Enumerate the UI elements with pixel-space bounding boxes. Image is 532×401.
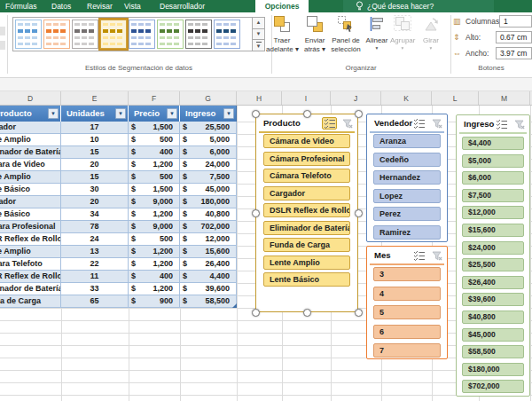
slicer-item-camara-telefoto[interactable]: Cámara Telefoto: [263, 169, 350, 183]
slicer-item-dslr-reflex-de-rollo[interactable]: DSLR Reflex de Rollo: [263, 203, 350, 217]
clear-filter-icon[interactable]: [430, 117, 443, 130]
cell-producto[interactable]: Eliminador de Batería: [0, 283, 61, 295]
cell-ingreso[interactable]: $5,000: [180, 134, 237, 146]
column-header-i[interactable]: I: [282, 91, 331, 105]
cell-ingreso[interactable]: $45,000: [180, 184, 237, 196]
cell-unidades[interactable]: 78: [61, 221, 129, 233]
cell-ingreso[interactable]: $24,000: [180, 159, 237, 171]
tab-revisar[interactable]: Revisar: [84, 0, 115, 12]
slicer-style-5[interactable]: [129, 20, 155, 49]
slicer-style-3[interactable]: [72, 20, 98, 49]
slicer-style-1[interactable]: [15, 20, 42, 49]
slicer-item-camara-de-video[interactable]: Cámara de Video: [263, 134, 350, 148]
selection-handle[interactable]: [252, 209, 260, 217]
cell-precio[interactable]: $400: [129, 146, 180, 159]
slicer-item-180-000[interactable]: $180,000: [462, 363, 524, 376]
cell-unidades[interactable]: 30: [61, 184, 129, 196]
cell-producto[interactable]: Funda de Carga: [0, 295, 61, 308]
tab-formulas[interactable]: Fórmulas: [3, 0, 39, 12]
slicer-item-24-000[interactable]: $24,000: [462, 241, 524, 255]
slicer-style-8[interactable]: [214, 20, 240, 49]
tab-datos[interactable]: Datos: [49, 0, 74, 12]
tab-vista[interactable]: Vista: [121, 0, 144, 12]
filter-button-unidades[interactable]: ▼: [115, 108, 126, 119]
slicer-item-39-600[interactable]: $39,600: [462, 293, 524, 306]
cell-ingreso[interactable]: $702,000: [180, 221, 237, 233]
slicer-item-15-600[interactable]: $15,600: [462, 224, 524, 237]
slicer-item-lente-amplio[interactable]: Lente Amplio: [263, 256, 350, 270]
column-header-m[interactable]: M: [479, 91, 530, 105]
girar-button[interactable]: Girar▾: [418, 15, 444, 67]
column-header-d[interactable]: D: [0, 91, 61, 105]
cell-producto[interactable]: DSLR Reflex de Rollo: [0, 271, 61, 283]
column-header-f[interactable]: F: [129, 91, 180, 105]
filter-button-ingreso[interactable]: ▼: [223, 108, 234, 119]
table-resize-handle[interactable]: [232, 303, 237, 308]
cell-producto[interactable]: Cámara de Video: [0, 159, 61, 171]
selection-handle[interactable]: [355, 209, 363, 217]
selection-handle[interactable]: [252, 309, 260, 317]
cell-precio[interactable]: $1,200: [129, 246, 180, 258]
cell-producto[interactable]: Cámara Profesional: [0, 221, 61, 233]
cell-unidades[interactable]: 15: [61, 146, 129, 159]
cell-producto[interactable]: Lente Amplio: [0, 246, 61, 258]
cell-producto[interactable]: Lente Amplio: [0, 171, 61, 184]
slicer-item-cedeno[interactable]: Cedeño: [373, 153, 441, 167]
column-header-l[interactable]: L: [432, 91, 479, 105]
selection-handle[interactable]: [355, 309, 363, 317]
column-header-h[interactable]: H: [237, 91, 282, 105]
clear-filter-icon[interactable]: [512, 118, 526, 130]
slicer-item-702-000[interactable]: $702,000: [462, 380, 524, 393]
slicer-item-26-400[interactable]: $26,400: [462, 276, 524, 289]
cell-producto[interactable]: Cámara Telefoto: [0, 258, 61, 271]
slicer-item-4-400[interactable]: $4,400: [462, 137, 524, 150]
cell-precio[interactable]: $900: [129, 295, 180, 308]
cell-ingreso[interactable]: $180,000: [180, 196, 237, 208]
columnas-input[interactable]: 1: [499, 15, 532, 28]
slicer-item-4[interactable]: 4: [373, 287, 441, 301]
slicer-item-eliminador-de-bateria[interactable]: Eliminador de Batería: [263, 221, 350, 235]
tab-opciones[interactable]: Opciones: [255, 0, 309, 12]
gallery-scroll-up-icon[interactable]: ▲: [253, 18, 264, 29]
cell-precio[interactable]: $500: [129, 233, 180, 246]
cell-unidades[interactable]: 65: [61, 295, 129, 308]
slicer-item-aranza[interactable]: Aranza: [373, 134, 441, 148]
cell-unidades[interactable]: 15: [61, 171, 129, 184]
multiselect-icon[interactable]: [411, 249, 426, 262]
multiselect-icon[interactable]: [411, 117, 426, 130]
clear-filter-icon[interactable]: [430, 249, 443, 262]
gallery-scroll-down-icon[interactable]: ▼: [253, 29, 264, 41]
cell-precio[interactable]: $1,200: [129, 159, 180, 171]
slicer-mes[interactable]: Mes34567: [366, 246, 448, 359]
slicer-vendedor[interactable]: VendedorAranzaCedeñoHernandezLopezPerezR…: [366, 114, 448, 242]
cell-producto[interactable]: DSLR Reflex de Rollo: [0, 233, 61, 246]
slicer-style-2[interactable]: [43, 20, 70, 49]
tab-desarrollador[interactable]: Desarrollador: [157, 0, 207, 12]
cell-producto[interactable]: Cargador: [0, 122, 61, 134]
column-header-g[interactable]: G: [180, 91, 237, 105]
cell-producto[interactable]: Lente Amplio: [0, 134, 61, 146]
cell-precio[interactable]: $1,500: [129, 184, 180, 196]
slicer-item-perez[interactable]: Perez: [373, 207, 441, 221]
cell-precio[interactable]: $1,200: [129, 283, 180, 295]
selection-handle[interactable]: [355, 110, 363, 118]
cell-precio[interactable]: $500: [129, 171, 180, 184]
cell-precio[interactable]: $9,000: [129, 221, 180, 233]
cell-ingreso[interactable]: $25,500: [180, 122, 237, 134]
slicer-ingreso[interactable]: Ingreso$4,400$5,000$6,000$7,500$12,000$1…: [456, 114, 530, 397]
slicer-style-4[interactable]: [100, 20, 127, 49]
slicer-item-58-500[interactable]: $58,500: [462, 345, 524, 358]
selection-handle[interactable]: [303, 110, 311, 118]
clear-filter-icon[interactable]: [340, 117, 354, 130]
tell-me-search[interactable]: ¿Qué desea hacer?: [343, 0, 494, 12]
cell-unidades[interactable]: 13: [61, 246, 129, 258]
cell-ingreso[interactable]: $4,400: [180, 271, 237, 283]
cell-ingreso[interactable]: $58,500: [180, 295, 237, 308]
gallery-more-icon[interactable]: ▼: [253, 40, 264, 51]
cell-producto[interactable]: Lente Básico: [0, 208, 61, 221]
cell-unidades[interactable]: 17: [61, 122, 129, 134]
cell-producto[interactable]: Eliminador de Batería: [0, 146, 61, 159]
traer-adelante-button[interactable]: Traeradelante ▾: [266, 15, 298, 67]
slicer-item-camara-profesional[interactable]: Cámara Profesional: [263, 152, 350, 166]
enviar-atras-button[interactable]: Enviaratrás ▾: [300, 15, 330, 67]
